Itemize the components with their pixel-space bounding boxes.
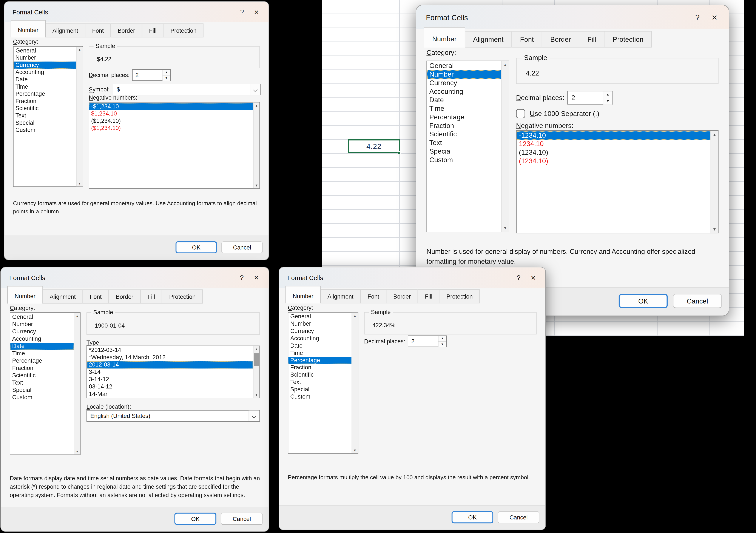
category-option[interactable]: Fraction [14, 98, 76, 105]
tab[interactable]: Alignment [42, 289, 83, 304]
category-option[interactable]: Special [10, 386, 73, 394]
negative-format-option[interactable]: -1234.10 [517, 131, 710, 140]
category-option[interactable]: Text [10, 379, 73, 386]
tab[interactable]: Border [542, 31, 580, 47]
ok-button[interactable]: OK [174, 513, 216, 525]
scroll-up-icon[interactable]: ▲ [352, 312, 358, 319]
category-option[interactable]: Date [10, 343, 73, 350]
date-type-option[interactable]: 3-14 [87, 368, 253, 376]
scroll-down-icon[interactable]: ▼ [254, 182, 259, 188]
chevron-down-icon[interactable] [249, 411, 259, 421]
scroll-down-icon[interactable]: ▼ [711, 226, 718, 233]
scrollbar[interactable]: ▲ ▼ [352, 312, 358, 453]
category-option[interactable]: Time [14, 83, 76, 91]
fill-handle[interactable] [397, 151, 401, 154]
tab[interactable]: Font [83, 289, 109, 304]
decimal-places-spinner[interactable]: 2 ▲ ▼ [567, 91, 613, 105]
date-type-option[interactable]: 03-14-12 [87, 383, 253, 390]
category-option[interactable]: Currency [288, 328, 352, 335]
negative-format-option[interactable]: (1234.10) [517, 157, 710, 166]
category-option[interactable]: Percentage [427, 113, 501, 122]
spinner-down-icon[interactable]: ▼ [162, 75, 170, 81]
scrollbar[interactable]: ▲ ▼ [253, 103, 259, 188]
category-option[interactable]: Custom [427, 156, 501, 165]
category-option[interactable]: Scientific [10, 372, 73, 379]
category-option[interactable]: General [288, 313, 352, 320]
category-option[interactable]: Accounting [14, 69, 76, 76]
scrollbar[interactable]: ▲ ▼ [253, 346, 259, 398]
close-icon[interactable]: ✕ [526, 274, 540, 281]
decimal-places-spinner[interactable]: 2 ▲ ▼ [132, 69, 171, 81]
tab[interactable]: Border [108, 289, 141, 304]
cancel-button[interactable]: Cancel [498, 511, 539, 523]
scrollbar[interactable]: ▲ ▼ [76, 47, 82, 186]
tab[interactable]: Protection [439, 289, 480, 303]
category-option[interactable]: Custom [288, 393, 352, 401]
tab[interactable]: Fill [418, 289, 440, 303]
category-option[interactable]: Special [14, 120, 76, 127]
negative-format-option[interactable]: $1,234.10 [89, 110, 253, 118]
category-option[interactable]: Special [288, 386, 352, 393]
tab[interactable]: Alignment [45, 23, 85, 38]
scroll-up-icon[interactable]: ▲ [77, 47, 82, 53]
help-icon[interactable]: ? [511, 274, 526, 281]
negative-format-option[interactable]: ($1,234.10) [89, 118, 253, 125]
category-option[interactable]: Accounting [10, 335, 73, 343]
category-option[interactable]: Time [288, 350, 352, 357]
selected-cell[interactable]: 4.22 [348, 139, 400, 153]
category-option[interactable]: Fraction [10, 364, 73, 372]
tab[interactable]: Protection [604, 31, 652, 47]
category-option[interactable]: Text [288, 379, 352, 386]
date-type-option[interactable]: 2012-03-14 [87, 361, 253, 368]
tab[interactable]: Number [11, 20, 46, 38]
help-icon[interactable]: ? [689, 13, 706, 22]
scroll-down-icon[interactable]: ▼ [352, 447, 358, 453]
category-option[interactable]: Scientific [14, 105, 76, 112]
chevron-down-icon[interactable] [250, 84, 260, 94]
negative-format-option[interactable]: (1234.10) [517, 148, 710, 157]
tab[interactable]: Border [110, 23, 142, 38]
help-icon[interactable]: ? [234, 274, 249, 281]
negative-format-option[interactable]: ($1,234.10) [89, 125, 253, 132]
category-option[interactable]: Fraction [288, 364, 352, 371]
scroll-up-icon[interactable]: ▲ [254, 346, 259, 353]
use-1000-separator-checkbox[interactable] [516, 109, 525, 118]
category-option[interactable]: Date [288, 342, 352, 350]
tab[interactable]: Border [386, 289, 418, 303]
category-option[interactable]: Date [14, 76, 76, 83]
scroll-down-icon[interactable]: ▼ [74, 448, 80, 455]
tab[interactable]: Fill [142, 23, 164, 38]
tab[interactable]: Fill [140, 289, 162, 304]
category-option[interactable]: Custom [14, 127, 76, 134]
scrollbar[interactable]: ▲ ▼ [74, 313, 80, 455]
tab[interactable]: Font [360, 289, 386, 303]
close-icon[interactable]: ✕ [249, 274, 264, 281]
scroll-down-icon[interactable]: ▼ [77, 180, 82, 186]
category-option[interactable]: Number [10, 321, 73, 328]
category-option[interactable]: Number [427, 70, 501, 79]
category-option[interactable]: Accounting [427, 87, 501, 96]
ok-button[interactable]: OK [619, 294, 668, 308]
category-option[interactable]: Currency [427, 79, 501, 88]
symbol-dropdown[interactable]: $ [113, 84, 261, 95]
category-option[interactable]: Text [14, 112, 76, 120]
category-option[interactable]: Date [427, 96, 501, 105]
date-type-option[interactable]: 3-14-12 [87, 376, 253, 383]
close-icon[interactable]: ✕ [706, 13, 723, 21]
scroll-up-icon[interactable]: ▲ [74, 313, 80, 319]
category-option[interactable]: Scientific [288, 371, 352, 379]
scroll-down-icon[interactable]: ▼ [254, 391, 259, 398]
cancel-button[interactable]: Cancel [221, 241, 263, 253]
scroll-up-icon[interactable]: ▲ [254, 103, 259, 109]
cancel-button[interactable]: Cancel [673, 294, 722, 308]
spinner-down-icon[interactable]: ▼ [603, 98, 612, 105]
scrollbar-thumb[interactable] [254, 353, 259, 366]
date-type-option[interactable]: *2012-03-14 [87, 347, 253, 354]
spinner-up-icon[interactable]: ▲ [439, 336, 446, 342]
category-option[interactable]: Accounting [288, 335, 352, 342]
category-option[interactable]: Special [427, 147, 501, 156]
spinner-up-icon[interactable]: ▲ [162, 70, 170, 75]
category-option[interactable]: General [427, 62, 501, 70]
locale-dropdown[interactable]: English (United States) [87, 410, 260, 422]
scroll-up-icon[interactable]: ▲ [711, 131, 718, 138]
